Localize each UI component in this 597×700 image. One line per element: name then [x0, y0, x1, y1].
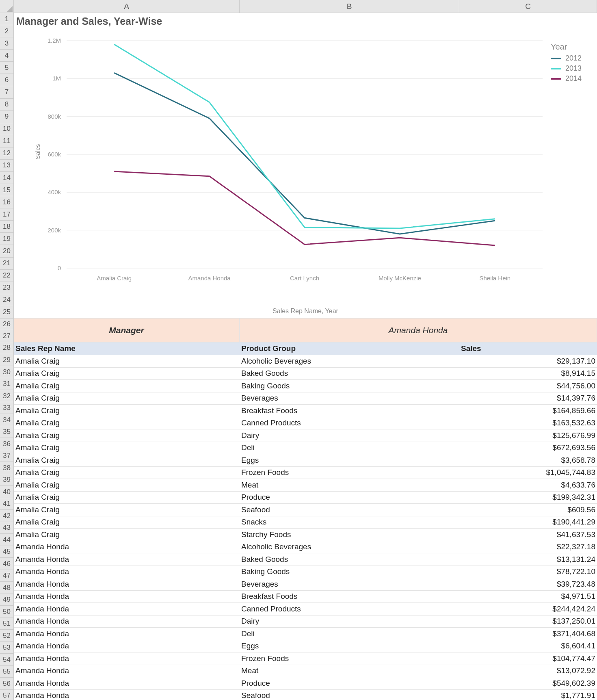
column-header-A[interactable]: A: [14, 0, 240, 13]
cell-product-group[interactable]: Baked Goods: [240, 553, 459, 566]
cell-sales[interactable]: $14,397.76: [459, 392, 597, 405]
cell-sales[interactable]: $104,774.47: [459, 652, 597, 665]
row-header-42[interactable]: 42: [0, 510, 14, 522]
row-header-29[interactable]: 29: [0, 354, 14, 366]
row-header-23[interactable]: 23: [0, 282, 14, 294]
manager-label-cell[interactable]: Manager: [14, 319, 240, 342]
cell-product-group[interactable]: Dairy: [240, 615, 459, 628]
cell-sales-rep-name[interactable]: Amalia Craig: [14, 392, 240, 405]
row-header-49[interactable]: 49: [0, 594, 14, 606]
cell-product-group[interactable]: Breakfast Foods: [240, 591, 459, 603]
cell-sales[interactable]: $3,658.78: [459, 454, 597, 466]
column-header-B[interactable]: B: [240, 0, 459, 13]
legend-item[interactable]: 2012: [551, 54, 582, 63]
cell-product-group[interactable]: Alcoholic Beverages: [240, 541, 459, 553]
cell-sales-rep-name[interactable]: Amalia Craig: [14, 467, 240, 479]
row-header-34[interactable]: 34: [0, 414, 14, 426]
cell-sales[interactable]: $22,327.18: [459, 541, 597, 553]
row-header-9[interactable]: 9: [0, 111, 14, 123]
row-header-15[interactable]: 15: [0, 184, 14, 196]
row-header-57[interactable]: 57: [0, 690, 14, 700]
cell-product-group[interactable]: Meat: [240, 665, 459, 677]
cell-product-group[interactable]: Alcoholic Beverages: [240, 355, 459, 367]
cell-sales[interactable]: $4,971.51: [459, 591, 597, 603]
cell-sales[interactable]: $164,859.66: [459, 405, 597, 417]
cell-product-group[interactable]: Seafood: [240, 504, 459, 516]
cell-sales[interactable]: $609.56: [459, 504, 597, 516]
row-header-26[interactable]: 26: [0, 319, 14, 330]
row-header-43[interactable]: 43: [0, 522, 14, 534]
row-header-14[interactable]: 14: [0, 172, 14, 184]
row-header-6[interactable]: 6: [0, 74, 14, 86]
cell-product-group[interactable]: Produce: [240, 677, 459, 689]
cell-sales-rep-name[interactable]: Amanda Honda: [14, 541, 240, 553]
row-header-5[interactable]: 5: [0, 62, 14, 74]
row-header-48[interactable]: 48: [0, 582, 14, 594]
header-sales[interactable]: Sales: [459, 342, 597, 355]
cell-sales[interactable]: $190,441.29: [459, 516, 597, 529]
select-all-corner[interactable]: [0, 0, 14, 13]
row-header-1[interactable]: 1: [0, 13, 14, 25]
cell-sales[interactable]: $13,131.24: [459, 553, 597, 566]
row-header-53[interactable]: 53: [0, 642, 14, 654]
cell-sales[interactable]: $39,723.48: [459, 578, 597, 590]
cell-sales-rep-name[interactable]: Amanda Honda: [14, 690, 240, 700]
cell-product-group[interactable]: Snacks: [240, 516, 459, 529]
cell-sales-rep-name[interactable]: Amanda Honda: [14, 652, 240, 665]
cell-sales-rep-name[interactable]: Amalia Craig: [14, 529, 240, 541]
cell-product-group[interactable]: Baking Goods: [240, 566, 459, 578]
cell-sales[interactable]: $44,756.00: [459, 380, 597, 392]
row-header-21[interactable]: 21: [0, 258, 14, 270]
row-header-24[interactable]: 24: [0, 294, 14, 306]
cell-product-group[interactable]: Eggs: [240, 454, 459, 466]
row-header-3[interactable]: 3: [0, 37, 14, 50]
cell-product-group[interactable]: Breakfast Foods: [240, 405, 459, 417]
cell-sales-rep-name[interactable]: Amanda Honda: [14, 578, 240, 590]
row-header-54[interactable]: 54: [0, 654, 14, 666]
cell-sales[interactable]: $672,693.56: [459, 442, 597, 454]
cell-sales-rep-name[interactable]: Amalia Craig: [14, 380, 240, 392]
cell-product-group[interactable]: Canned Products: [240, 417, 459, 429]
cell-sales-rep-name[interactable]: Amanda Honda: [14, 553, 240, 566]
row-header-30[interactable]: 30: [0, 366, 14, 378]
row-header-47[interactable]: 47: [0, 570, 14, 582]
cell-sales[interactable]: $13,072.92: [459, 665, 597, 677]
row-header-31[interactable]: 31: [0, 378, 14, 390]
cell-sales-rep-name[interactable]: Amanda Honda: [14, 628, 240, 640]
row-header-20[interactable]: 20: [0, 245, 14, 257]
cell-product-group[interactable]: Produce: [240, 492, 459, 504]
cell-sales-rep-name[interactable]: Amalia Craig: [14, 442, 240, 454]
cell-sales[interactable]: $8,914.15: [459, 368, 597, 380]
cell-sales-rep-name[interactable]: Amanda Honda: [14, 677, 240, 689]
cell-product-group[interactable]: Seafood: [240, 690, 459, 700]
cell-product-group[interactable]: Baked Goods: [240, 368, 459, 380]
cell-sales[interactable]: $41,637.53: [459, 529, 597, 541]
cell-sales[interactable]: $78,722.10: [459, 566, 597, 578]
cell-sales-rep-name[interactable]: Amalia Craig: [14, 417, 240, 429]
row-header-28[interactable]: 28: [0, 342, 14, 354]
row-header-13[interactable]: 13: [0, 160, 14, 172]
row-header-55[interactable]: 55: [0, 666, 14, 678]
cell-sales[interactable]: $29,137.10: [459, 355, 597, 367]
cell-sales[interactable]: $244,424.24: [459, 603, 597, 615]
row-header-36[interactable]: 36: [0, 438, 14, 450]
row-header-12[interactable]: 12: [0, 147, 14, 160]
row-header-35[interactable]: 35: [0, 426, 14, 438]
cell-sales[interactable]: $6,604.41: [459, 640, 597, 652]
row-header-45[interactable]: 45: [0, 546, 14, 558]
row-header-38[interactable]: 38: [0, 462, 14, 474]
cell-product-group[interactable]: Frozen Foods: [240, 652, 459, 665]
cell-sales-rep-name[interactable]: Amalia Craig: [14, 368, 240, 380]
cell-sales-rep-name[interactable]: Amanda Honda: [14, 591, 240, 603]
row-header-44[interactable]: 44: [0, 534, 14, 546]
cell-sales-rep-name[interactable]: Amalia Craig: [14, 429, 240, 442]
row-header-16[interactable]: 16: [0, 196, 14, 208]
row-header-2[interactable]: 2: [0, 25, 14, 37]
row-header-25[interactable]: 25: [0, 306, 14, 319]
cell-sales-rep-name[interactable]: Amalia Craig: [14, 516, 240, 529]
row-header-19[interactable]: 19: [0, 233, 14, 245]
row-header-22[interactable]: 22: [0, 270, 14, 282]
row-header-8[interactable]: 8: [0, 99, 14, 111]
cell-product-group[interactable]: Eggs: [240, 640, 459, 652]
legend-item[interactable]: 2013: [551, 64, 582, 73]
